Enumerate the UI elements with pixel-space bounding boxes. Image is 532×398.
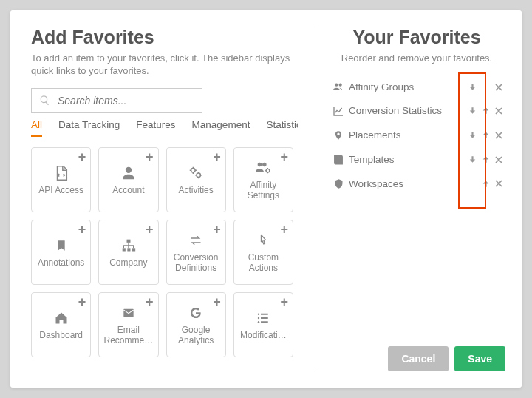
item-label: Affinity Settings	[237, 181, 290, 201]
item-card[interactable]: +Affinity Settings	[233, 147, 293, 212]
move-down-button[interactable]	[466, 106, 479, 115]
search-icon	[39, 95, 50, 106]
svg-rect-8	[132, 248, 135, 251]
item-label: Account	[112, 186, 144, 196]
move-down-button[interactable]	[466, 82, 479, 92]
pointer-icon	[256, 231, 270, 250]
add-icon: +	[78, 222, 86, 237]
remove-button[interactable]	[492, 107, 505, 115]
items-scroll[interactable]: +API Access+Account+Activities+Affinity …	[31, 147, 298, 371]
svg-rect-6	[123, 248, 126, 251]
svg-point-13	[335, 83, 338, 86]
book-icon	[328, 154, 349, 166]
item-card[interactable]: +Activities	[166, 147, 226, 212]
vertical-divider	[316, 27, 316, 371]
add-icon: +	[78, 294, 86, 310]
favorites-list: Affinity GroupsConversion StatisticsPlac…	[328, 75, 505, 346]
item-label: Custom Actions	[237, 253, 290, 274]
item-card[interactable]: +Dashboard	[31, 292, 91, 357]
add-icon: +	[280, 149, 288, 165]
favorites-modal: Add Favorites To add an item to your fav…	[10, 10, 522, 388]
favorite-label: Workspaces	[349, 178, 466, 189]
add-icon: +	[146, 149, 154, 165]
search-input[interactable]	[56, 94, 194, 107]
item-card[interactable]: +Email Recomme…	[98, 292, 158, 357]
tab-management[interactable]: Management	[192, 119, 250, 137]
items-grid: +API Access+Account+Activities+Affinity …	[31, 147, 293, 357]
favorite-label: Conversion Statistics	[349, 105, 466, 116]
favorite-row: Conversion Statistics	[328, 99, 505, 123]
sitemap-icon	[120, 236, 137, 255]
shield-icon	[328, 178, 349, 190]
svg-point-14	[339, 83, 342, 86]
users-gear-icon	[254, 158, 272, 178]
svg-point-2	[258, 163, 262, 167]
add-icon: +	[280, 294, 288, 310]
svg-rect-9	[123, 309, 133, 317]
item-card[interactable]: +Custom Actions	[233, 220, 293, 285]
your-favorites-title: Your Favorites	[328, 27, 505, 48]
tabs[interactable]: All Data Tracking Features Management St…	[31, 119, 298, 140]
svg-point-11	[258, 317, 259, 319]
add-icon: +	[213, 294, 221, 310]
favorite-row: Templates	[328, 148, 505, 172]
tab-all[interactable]: All	[31, 119, 42, 137]
item-card[interactable]: +Account	[98, 147, 158, 212]
move-up-button[interactable]	[479, 106, 492, 115]
move-down-button[interactable]	[466, 130, 479, 140]
your-favorites-subtitle: Reorder and remove your favorites.	[328, 53, 505, 65]
tab-features[interactable]: Features	[136, 119, 175, 137]
move-down-button[interactable]	[466, 155, 479, 164]
exchange-icon	[188, 231, 204, 250]
item-card[interactable]: +Modificati…	[233, 292, 293, 357]
remove-button[interactable]	[492, 179, 505, 188]
svg-point-4	[267, 169, 270, 172]
item-label: API Access	[38, 186, 83, 196]
add-icon: +	[78, 149, 86, 165]
item-card[interactable]: +Annotations	[31, 220, 91, 285]
remove-button[interactable]	[492, 131, 505, 140]
item-card[interactable]: +Conversion Definitions	[166, 220, 226, 285]
add-favorites-title: Add Favorites	[31, 27, 298, 48]
item-label: Company	[109, 258, 147, 269]
cancel-button[interactable]: Cancel	[388, 346, 449, 371]
save-button[interactable]: Save	[454, 346, 505, 371]
item-label: Modificati…	[240, 331, 287, 341]
svg-rect-7	[127, 248, 130, 251]
favorite-label: Templates	[349, 154, 466, 165]
move-up-button[interactable]	[479, 155, 492, 164]
item-card[interactable]: +Company	[98, 220, 158, 285]
your-favorites-panel: Your Favorites Reorder and remove your f…	[324, 10, 522, 388]
map-pin-icon	[328, 129, 349, 142]
gears-icon	[188, 163, 204, 183]
add-icon: +	[146, 222, 154, 237]
search-box[interactable]	[31, 88, 202, 113]
envelope-icon	[120, 303, 137, 323]
remove-button[interactable]	[492, 83, 505, 92]
add-icon: +	[213, 222, 221, 237]
svg-point-10	[258, 313, 259, 314]
item-label: Email Recomme…	[102, 326, 154, 346]
move-up-button[interactable]	[479, 179, 492, 189]
add-icon: +	[146, 294, 154, 310]
item-label: Conversion Definitions	[170, 253, 222, 274]
add-favorites-panel: Add Favorites To add an item to your fav…	[10, 10, 308, 388]
remove-button[interactable]	[492, 155, 505, 164]
favorite-label: Affinity Groups	[349, 81, 466, 92]
item-label: Annotations	[38, 258, 84, 269]
favorite-row: Placements	[328, 123, 505, 148]
tab-statistics[interactable]: Statistics	[266, 119, 298, 137]
bookmark-icon	[55, 236, 67, 255]
button-row: Cancel Save	[328, 346, 505, 371]
move-up-button[interactable]	[479, 130, 492, 140]
tab-data-tracking[interactable]: Data Tracking	[58, 119, 120, 137]
chart-line-icon	[328, 105, 349, 117]
svg-point-1	[197, 173, 201, 178]
item-card[interactable]: +API Access	[31, 147, 91, 212]
item-card[interactable]: +Google Analytics	[166, 292, 226, 357]
svg-point-0	[191, 168, 196, 172]
list-icon	[256, 308, 270, 328]
item-label: Google Analytics	[170, 326, 222, 346]
favorite-row: Workspaces	[328, 172, 505, 196]
add-favorites-subtitle: To add an item to your favorites, click …	[31, 53, 298, 78]
